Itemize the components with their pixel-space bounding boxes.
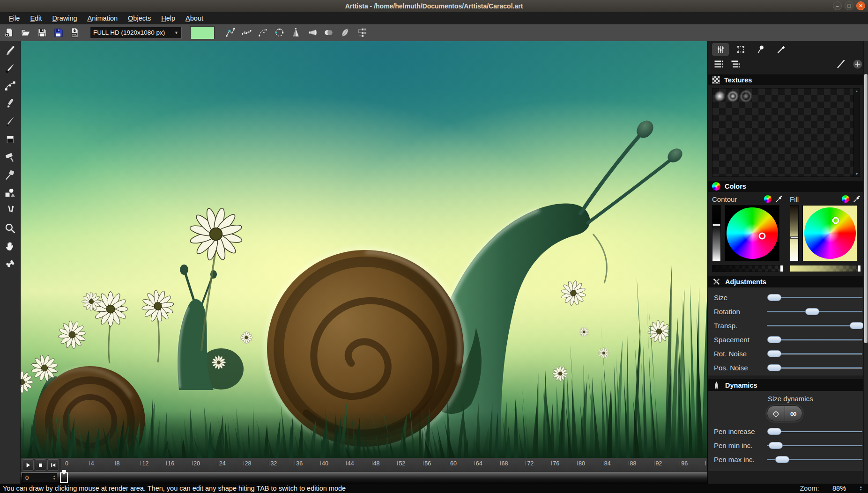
scroll-up-icon[interactable]: ▲ [855, 88, 859, 94]
prism-tool-icon[interactable] [289, 27, 302, 39]
save-icon[interactable] [36, 27, 48, 39]
slider-handle[interactable] [769, 442, 783, 449]
zoom-tool-icon[interactable] [4, 222, 16, 234]
slider-handle[interactable] [767, 364, 781, 371]
fill-value-bar[interactable] [790, 205, 799, 261]
fill-eyedropper-icon[interactable] [853, 195, 861, 203]
contour-eyedropper-icon[interactable] [775, 195, 783, 203]
knife-tool-icon[interactable] [4, 205, 16, 216]
slider-track[interactable] [767, 350, 863, 358]
menu-objects[interactable]: Objects [123, 12, 156, 24]
contour-color-marker[interactable] [759, 232, 766, 239]
megaphone-tool-icon[interactable] [306, 27, 318, 39]
slider-track[interactable] [767, 336, 863, 344]
bezier-tool-icon[interactable] [4, 80, 16, 92]
contour-alpha-bar[interactable] [712, 265, 783, 272]
save-as-icon[interactable] [52, 27, 64, 39]
panel-tab-sliders[interactable] [712, 43, 729, 56]
panel-tab-picker[interactable] [752, 43, 769, 56]
hand-tool-icon[interactable] [4, 240, 16, 252]
slider-handle[interactable] [767, 336, 781, 343]
slider-handle[interactable] [805, 308, 819, 315]
slider-track[interactable] [767, 308, 863, 316]
power-icon[interactable] [767, 406, 785, 421]
marker-tool-icon[interactable] [4, 98, 16, 110]
export-png-icon[interactable]: PNG [68, 27, 81, 39]
texture-thumbnail[interactable] [727, 90, 739, 103]
bone-tool-icon[interactable] [4, 258, 16, 270]
ruler-tick: 96 [680, 460, 688, 467]
brush-tool-icon[interactable] [4, 62, 16, 74]
list-view-alt-icon[interactable] [730, 59, 741, 70]
brush2-tool-icon[interactable] [4, 116, 16, 127]
contour-wheel-icon[interactable] [764, 195, 772, 203]
polyline-tool-icon[interactable] [224, 27, 236, 39]
new-file-icon[interactable] [3, 27, 15, 39]
scroll-down-icon[interactable]: ▼ [855, 171, 859, 177]
roller-tool-icon[interactable] [4, 151, 16, 163]
current-color-swatch[interactable] [190, 26, 215, 39]
timeline-ruler[interactable]: 0481216202428323640444852566064687276808… [21, 458, 707, 472]
pencil-tool-icon[interactable] [4, 44, 16, 56]
blend-tool-icon[interactable] [322, 27, 334, 39]
group-tool-icon[interactable] [355, 27, 367, 39]
maximize-icon[interactable]: □ [845, 1, 853, 10]
menu-animation[interactable]: Animation [82, 12, 123, 24]
pen-line-icon[interactable] [835, 59, 846, 70]
panel-scrollbar[interactable] [863, 41, 868, 484]
rewind-button[interactable] [47, 459, 59, 471]
spinner-arrows-icon[interactable]: ▲▼ [53, 475, 57, 480]
block-tool-icon[interactable] [4, 133, 16, 145]
zoom-spinner-icon[interactable]: ▲▼ [860, 486, 863, 491]
resolution-select[interactable]: FULL HD (1920x1080 px) ▼ [90, 27, 182, 39]
slider-track[interactable] [767, 456, 863, 464]
minimize-icon[interactable]: – [833, 1, 842, 10]
panel-tab-transform[interactable] [732, 43, 749, 56]
fill-shape-tool-icon[interactable] [339, 27, 351, 39]
slider-handle[interactable] [767, 294, 781, 301]
slider-handle[interactable] [850, 322, 864, 329]
frame-spinner[interactable]: 0 ▲▼ [22, 473, 57, 482]
contour-color-field[interactable] [725, 205, 779, 261]
contour-value-bar[interactable] [712, 205, 721, 261]
spline-tool-icon[interactable] [240, 27, 252, 39]
texture-thumbnail[interactable] [740, 90, 752, 103]
menu-about[interactable]: About [180, 12, 208, 24]
ellipse-tool-tool-icon[interactable] [273, 27, 285, 39]
open-icon[interactable] [19, 27, 31, 39]
drawing-canvas[interactable] [21, 41, 707, 458]
fill-color-marker[interactable] [832, 217, 839, 224]
slider-track[interactable] [767, 322, 863, 330]
swatter-tool-icon[interactable] [4, 169, 16, 181]
menu-bar: FileEditDrawingAnimationObjectsHelpAbout [0, 12, 868, 24]
slider-handle[interactable] [767, 350, 781, 357]
slider-handle[interactable] [775, 456, 789, 463]
menu-file[interactable]: File [4, 12, 25, 24]
slider-track[interactable] [767, 441, 863, 449]
fill-color-field[interactable] [802, 205, 857, 261]
texture-scrollbar[interactable]: ▲ ▼ [853, 88, 860, 177]
slider-label: Pen min inc. [714, 441, 767, 449]
slider-track[interactable] [767, 294, 863, 302]
texture-list[interactable]: ▲ ▼ [712, 88, 860, 177]
infinity-icon[interactable]: ∞ [785, 406, 802, 421]
add-icon[interactable] [852, 59, 863, 70]
panel-tab-wand[interactable] [772, 43, 789, 56]
list-view-icon[interactable] [713, 59, 724, 70]
slider-handle[interactable] [767, 428, 781, 435]
play-button[interactable] [22, 459, 34, 471]
fill-alpha-bar[interactable] [790, 265, 861, 272]
menu-edit[interactable]: Edit [25, 12, 47, 24]
menu-help[interactable]: Help [156, 12, 180, 24]
fill-wheel-icon[interactable] [842, 195, 849, 203]
close-icon[interactable]: ✕ [856, 1, 865, 10]
slider-track[interactable] [767, 364, 863, 372]
menu-drawing[interactable]: Drawing [47, 12, 82, 24]
arc-tool-icon[interactable] [257, 27, 269, 39]
stop-button[interactable] [35, 459, 46, 471]
texture-thumbnail[interactable] [713, 90, 726, 103]
shapes-tool-icon[interactable] [4, 187, 16, 199]
timeline-track[interactable]: 0 ▲▼ [21, 472, 707, 484]
slider-track[interactable] [767, 427, 863, 435]
zoom-value[interactable]: 88% [826, 485, 853, 492]
